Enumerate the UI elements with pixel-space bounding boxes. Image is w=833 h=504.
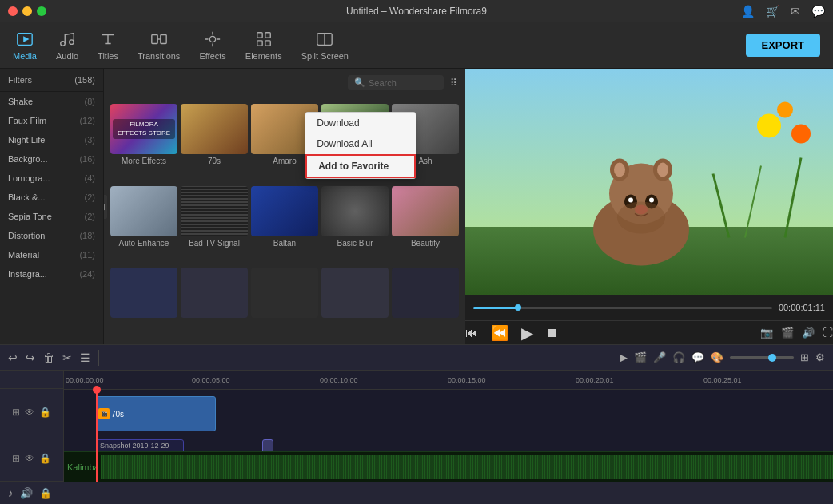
filter-thumb-extra5 [392, 268, 459, 318]
window-controls[interactable] [8, 6, 46, 16]
minimize-button[interactable] [22, 6, 32, 16]
toolbar-elements-label: Elements [245, 51, 282, 61]
sidebar-item-fauxfilm[interactable]: Faux Film (12) [0, 111, 103, 130]
filter-extra-4[interactable] [321, 268, 389, 338]
audio-mix-icon[interactable]: 🎧 [672, 351, 685, 363]
toolbar-titles[interactable]: Titles [98, 30, 118, 61]
screenshot-icon[interactable]: 📷 [760, 327, 773, 339]
toolbar-splitscreen[interactable]: Split Screen [301, 30, 349, 61]
track-grid-icon[interactable]: ⊞ [12, 407, 20, 418]
sidebar-instagram-label: Instagra... [8, 269, 47, 279]
clip-70s-icon: 🎬 [98, 408, 110, 419]
filter-baltan[interactable]: Baltan [251, 186, 318, 265]
audio-settings-icon[interactable]: 🔊 [20, 487, 33, 499]
play-prev-button[interactable]: ⏪ [491, 324, 508, 342]
filter-bad-tv-signal[interactable]: Bad TV Signal [181, 186, 248, 265]
sidebar-item-sepia[interactable]: Sepia Tone (2) [0, 207, 103, 226]
subtitle-icon[interactable]: 💬 [692, 351, 704, 363]
sidebar-item-lomo[interactable]: Lomogra... (4) [0, 169, 103, 188]
preview-timecode: 00:00:01:11 [779, 303, 825, 312]
filter-beautify-label: Beautify [411, 239, 440, 248]
main-content: Filters (158) Shake (8) Faux Film (12) N… [0, 69, 833, 344]
sidebar-blackwhite-label: Black &... [8, 192, 45, 202]
track-grid-icon2[interactable]: ⊞ [12, 453, 20, 464]
toolbar-effects[interactable]: Effects [199, 30, 225, 61]
camera-icon[interactable]: 🎬 [781, 327, 794, 339]
redo-button[interactable]: ↪ [26, 351, 35, 364]
context-download[interactable]: Download [305, 113, 416, 133]
sidebar-collapse-button[interactable]: ◀ [104, 195, 107, 219]
person-icon[interactable]: 👤 [741, 5, 755, 18]
cut-button[interactable]: ✂ [62, 351, 72, 364]
sidebar-item-material[interactable]: Material (11) [0, 245, 103, 264]
zoom-slider-handle[interactable] [768, 354, 776, 362]
cart-icon[interactable]: 🛒 [766, 5, 779, 18]
sidebar-nightlife-count: (3) [85, 135, 95, 145]
svg-point-23 [614, 163, 625, 177]
track-lock-icon2[interactable]: 🔒 [39, 453, 51, 464]
fit-icon[interactable]: ⊞ [800, 351, 809, 363]
clip-70s[interactable]: 🎬 70s [96, 396, 216, 431]
stop-button[interactable]: ⏹ [546, 326, 559, 340]
audio-lock-icon[interactable]: 🔒 [39, 487, 52, 499]
filter-extra-1[interactable] [110, 268, 177, 338]
toolbar-media[interactable]: Media [13, 30, 37, 61]
preview-progress-bar[interactable] [473, 307, 772, 309]
toolbar-transitions[interactable]: Transitions [138, 30, 180, 61]
chat-icon[interactable]: 💬 [811, 5, 825, 18]
filters-header: Filters (158) [0, 69, 103, 92]
track-eye-icon2[interactable]: 👁 [25, 453, 34, 464]
ruler-mark-1: 00:00:05;00 [192, 376, 230, 384]
maximize-button[interactable] [37, 6, 46, 16]
toolbar-audio[interactable]: Audio [56, 30, 78, 61]
zoom-slider[interactable] [730, 356, 794, 359]
toolbar-elements[interactable]: Elements [245, 30, 282, 61]
mic-icon[interactable]: 🎤 [653, 351, 666, 363]
sidebar-item-instagram[interactable]: Instagra... (24) [0, 264, 103, 284]
filter-extra-3[interactable] [251, 268, 318, 338]
ruler-spacer [0, 371, 63, 389]
filter-search[interactable]: 🔍 Search [348, 75, 444, 90]
filter-thumb-blur [321, 186, 389, 236]
sidebar-item-shake[interactable]: Shake (8) [0, 92, 103, 111]
grid-view-icon[interactable]: ⠿ [450, 77, 457, 89]
filter-70s[interactable]: 70s [181, 104, 248, 183]
preview-controls: ⏮ ⏪ ▶ ⏹ 📷 🎬 🔊 ⛶ [465, 320, 833, 344]
filter-beautify[interactable]: Beautify [392, 186, 459, 265]
sidebar-distortion-count: (18) [79, 231, 95, 240]
delete-button[interactable]: 🗑 [43, 351, 54, 364]
context-download-all[interactable]: Download All [305, 133, 416, 154]
prev-frame-button[interactable]: ⏮ [465, 326, 478, 340]
filter-thumb-extra1 [110, 268, 177, 318]
undo-button[interactable]: ↩ [8, 351, 18, 364]
add-audio-icon[interactable]: ♪ [8, 487, 14, 499]
filter-extra-5[interactable] [392, 268, 459, 338]
track-eye-icon[interactable]: 👁 [25, 407, 34, 418]
svg-line-17 [745, 166, 761, 238]
toolbar-audio-label: Audio [56, 51, 78, 61]
color-icon[interactable]: 🎨 [711, 351, 723, 363]
export-button[interactable]: EXPORT [746, 34, 820, 57]
playhead[interactable] [96, 390, 98, 482]
filter-extra-2[interactable] [181, 268, 248, 338]
mail-icon[interactable]: ✉ [791, 5, 800, 18]
clip-icon[interactable]: 🎬 [634, 351, 647, 363]
context-add-to-favorite[interactable]: Add to Favorite [305, 154, 416, 178]
sidebar-item-distortion[interactable]: Distortion (18) [0, 226, 103, 245]
filter-more-effects[interactable]: FILMORAEFFECTS STORE More Effects [110, 104, 177, 183]
volume-icon[interactable]: 🔊 [802, 327, 815, 339]
svg-point-14 [777, 102, 793, 118]
fullscreen-icon[interactable]: ⛶ [823, 327, 833, 339]
filter-amaro[interactable]: Amaro Download Download All Add to Favor… [251, 104, 318, 183]
settings-icon[interactable]: ⚙ [815, 351, 825, 363]
track-lock-icon[interactable]: 🔒 [39, 407, 51, 418]
filter-basic-blur[interactable]: Basic Blur [321, 186, 389, 265]
list-button[interactable]: ☰ [80, 351, 90, 364]
filter-auto-enhance[interactable]: Auto Enhance [110, 186, 177, 265]
close-button[interactable] [8, 6, 18, 16]
play-button[interactable]: ▶ [521, 323, 533, 343]
sidebar-item-nightlife[interactable]: Night Life (3) [0, 130, 103, 149]
motion-icon[interactable]: ▶ [620, 351, 628, 363]
sidebar-item-blackwhite[interactable]: Black &... (2) [0, 188, 103, 207]
sidebar-item-background[interactable]: Backgro... (16) [0, 149, 103, 169]
